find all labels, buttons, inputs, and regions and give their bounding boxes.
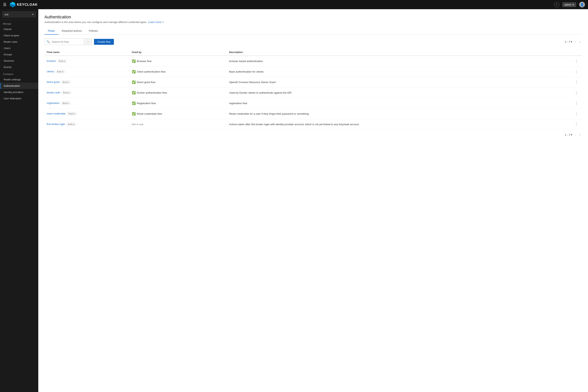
flow-name-cell: direct grantBuilt-in [44,77,130,88]
col-flow-name: Flow name [44,49,130,56]
used-by-cell: Not in use [130,119,227,130]
flow-name-link[interactable]: first broker login [47,123,65,126]
bottom-prev-icon: ‹ [575,133,576,136]
flow-badge: Built-in [61,102,71,105]
check-icon: ✅ [132,80,136,84]
flow-name-link[interactable]: reset credentials [47,112,66,115]
description-cell: Base authentication for clients [227,66,555,77]
row-kebab-menu-button[interactable]: ⋮ [573,100,580,106]
sidebar-item-label: Authentication [4,84,20,87]
flows-table: Flow name Used by Description browserBui… [44,49,582,130]
search-icon: 🔍 [44,39,52,44]
next-icon: › [580,40,581,43]
flow-name-link[interactable]: docker auth [47,91,60,94]
bottom-pagination-prev-button[interactable]: ‹ [574,133,577,137]
row-actions-cell: ⋮ [555,98,582,108]
realm-selector[interactable]: vcd [0,9,38,20]
sidebar-item-events[interactable]: Events [0,64,38,70]
search-arrow-icon: → [86,40,89,43]
sidebar-item-authentication[interactable]: Authentication [0,83,38,89]
sidebar-item-label: Realm roles [4,40,18,43]
col-description: Description [227,49,555,56]
bottom-pagination-count[interactable]: 1 - 7 ▾ [565,133,572,136]
bottom-pagination: 1 - 7 ▾ ‹ › [44,130,582,138]
flow-name-link[interactable]: direct grant [47,80,60,84]
search-submit-button[interactable]: → [84,39,92,45]
topbar-right: ? admin ▾ 👤 [554,2,585,8]
description-text: Authentication is the area where you can… [44,21,147,24]
create-flow-label: Create flow [98,40,110,43]
row-kebab-menu-button[interactable]: ⋮ [573,79,580,85]
pagination-next-button[interactable]: › [578,40,582,44]
used-by-cell: ✅Client authentication flow [130,66,227,77]
pagination-prev-button[interactable]: ‹ [574,40,577,44]
flow-name-link[interactable]: registration [47,102,60,104]
sidebar-item-sessions[interactable]: Sessions [0,58,38,64]
row-kebab-menu-button[interactable]: ⋮ [573,111,580,116]
used-by-text: Registration flow [137,102,156,105]
hamburger-menu[interactable]: ☰ [3,2,6,7]
used-by-cell: ✅Registration flow [130,98,227,108]
learn-more-label: Learn more [148,21,161,24]
not-in-use-text: Not in use [132,123,144,126]
flow-name-link[interactable]: clients [47,70,54,73]
pagination-count[interactable]: 1 - 7 ▾ [565,40,572,43]
col-used-by: Used by [130,49,227,56]
table-header: Flow name Used by Description [44,49,582,56]
flow-name-link[interactable]: browser [47,60,56,62]
flow-name-cell: registrationBuilt-in [44,98,130,108]
used-by-cell: ✅Browser flow [130,56,227,66]
pagination-label: 1 - 7 [565,40,570,43]
search-wrap: 🔍 → [44,38,92,45]
sidebar-item-client-scopes[interactable]: Client scopes [0,32,38,39]
sidebar-item-realm-settings[interactable]: Realm settings [0,76,38,83]
realm-select[interactable]: vcd [2,12,36,18]
tab-flows[interactable]: Flows [44,27,58,35]
topbar: ☰ KEYCLOAK ? admin ▾ 👤 [0,0,588,9]
flow-name-cell: first broker loginBuilt-in [44,119,130,130]
sidebar-item-users[interactable]: Users [0,45,38,51]
main-layout: vcd Manage Clients Client scopes Realm r… [0,9,588,392]
flow-name-cell: browserBuilt-in [44,56,130,66]
sidebar-item-label: Events [4,66,12,68]
table-row: clientsBuilt-in✅Client authentication fl… [44,66,582,77]
row-kebab-menu-button[interactable]: ⋮ [573,121,580,127]
avatar[interactable]: 👤 [579,2,585,8]
tab-policies[interactable]: Policies [85,27,102,35]
help-button[interactable]: ? [554,2,559,7]
flow-name-cell: clientsBuilt-in [44,66,130,77]
sidebar-item-identity-providers[interactable]: Identity providers [0,89,38,95]
create-flow-button[interactable]: Create flow [94,39,114,45]
toolbar: 🔍 → Create flow 1 - 7 ▾ ‹ › [44,38,582,45]
sidebar-item-clients[interactable]: Clients [0,26,38,32]
page-title: Authentication [44,14,582,20]
tabs: Flows Required actions Policies [44,27,582,35]
row-actions-cell: ⋮ [555,66,582,77]
user-menu-button[interactable]: admin ▾ [562,2,576,7]
bottom-next-icon: › [580,133,581,136]
sidebar-item-realm-roles[interactable]: Realm roles [0,39,38,45]
sidebar-item-label: Client scopes [4,34,19,37]
flow-badge: Built-in [62,91,72,94]
row-kebab-menu-button[interactable]: ⋮ [573,69,580,74]
flow-badge: Built-in [55,70,65,73]
external-link-icon: ↗ [162,21,164,24]
row-actions-cell: ⋮ [555,108,582,119]
row-kebab-menu-button[interactable]: ⋮ [573,58,580,64]
used-by-cell: ✅Docker authentication flow [130,88,227,98]
learn-more-link[interactable]: Learn more ↗ [148,21,164,24]
user-label: admin [565,3,571,6]
pagination-info: 1 - 7 ▾ ‹ › [565,40,582,44]
tab-required-actions[interactable]: Required actions [58,27,85,35]
avatar-icon: 👤 [580,3,584,6]
sidebar-item-user-federation[interactable]: User federation [0,95,38,102]
check-icon: ✅ [132,70,136,74]
row-kebab-menu-button[interactable]: ⋮ [573,90,580,96]
check-icon: ✅ [132,91,136,94]
search-input[interactable] [52,39,84,44]
sidebar-item-label: Sessions [4,59,14,62]
bottom-pagination-next-button[interactable]: › [578,133,582,137]
table-row: first broker loginBuilt-inNot in useActi… [44,119,582,130]
sidebar-item-groups[interactable]: Groups [0,51,38,58]
used-by-text: Docker authentication flow [137,91,167,94]
